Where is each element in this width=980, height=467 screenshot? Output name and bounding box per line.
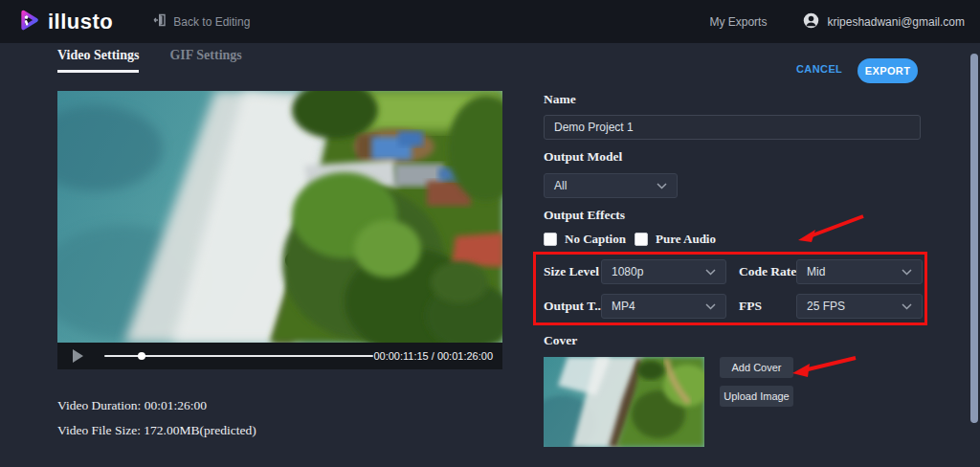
video-duration-text: Video Duration: 00:01:26:00 xyxy=(57,398,207,413)
player-controls: 00:00:11:15 / 00:01:26:00 xyxy=(57,343,502,369)
fps-label: FPS xyxy=(739,299,762,314)
user-email: kripeshadwani@gmail.com xyxy=(827,15,965,29)
cover-thumbnail[interactable] xyxy=(544,357,704,447)
logo-wordmark: illusto xyxy=(48,10,113,34)
no-caption-checkbox[interactable] xyxy=(544,233,557,246)
chevron-down-icon xyxy=(902,303,912,310)
size-level-label: Size Level xyxy=(544,264,599,279)
progress-bar[interactable] xyxy=(104,355,373,357)
output-model-select[interactable]: All xyxy=(544,173,678,198)
code-rate-value: Mid xyxy=(807,265,825,278)
video-preview-panel: 00:00:11:15 / 00:01:26:00 xyxy=(57,91,502,369)
output-type-label: Output T... xyxy=(544,299,604,314)
output-effects-label: Output Effects xyxy=(544,208,625,223)
add-cover-button[interactable]: Add Cover xyxy=(720,357,793,378)
output-model-label: Output Model xyxy=(544,149,622,165)
tab-video-settings[interactable]: Video Settings xyxy=(57,48,139,73)
progress-handle[interactable] xyxy=(138,352,145,360)
avatar-icon xyxy=(803,12,819,32)
cancel-button[interactable]: CANCEL xyxy=(796,63,842,75)
logo-icon xyxy=(15,7,42,37)
chevron-down-icon xyxy=(657,183,667,189)
pure-audio-label: Pure Audio xyxy=(656,232,716,247)
fps-select[interactable]: 25 FPS xyxy=(796,294,923,319)
output-type-select[interactable]: MP4 xyxy=(601,294,726,319)
pure-audio-option: Pure Audio xyxy=(635,232,716,247)
export-button[interactable]: EXPORT xyxy=(858,58,918,83)
output-type-value: MP4 xyxy=(612,300,635,313)
back-to-editing-label: Back to Editing xyxy=(173,15,250,29)
code-rate-select[interactable]: Mid xyxy=(796,259,923,284)
chevron-down-icon xyxy=(705,269,716,276)
back-to-editing-button[interactable]: Back to Editing xyxy=(153,13,250,30)
cover-label: Cover xyxy=(544,333,577,348)
video-file-size-text: Video File Size: 172.00MB(predicted) xyxy=(57,423,256,438)
name-input[interactable] xyxy=(544,115,921,140)
fps-value: 25 FPS xyxy=(807,300,845,313)
exit-door-icon xyxy=(153,13,167,30)
chevron-down-icon xyxy=(705,303,716,310)
pure-audio-checkbox[interactable] xyxy=(635,233,648,246)
no-caption-option: No Caption xyxy=(544,232,626,247)
play-icon[interactable] xyxy=(73,349,83,363)
video-preview-frame xyxy=(57,91,502,343)
output-model-value: All xyxy=(554,179,567,192)
annotation-arrow-quality xyxy=(794,209,869,245)
topbar: illusto Back to Editing My Exports kripe… xyxy=(0,0,980,43)
annotation-arrow-add-cover xyxy=(791,350,861,379)
code-rate-label: Code Rate xyxy=(739,264,796,279)
tab-gif-settings[interactable]: GIF Settings xyxy=(169,48,241,73)
no-caption-label: No Caption xyxy=(565,232,626,247)
name-label: Name xyxy=(544,92,576,107)
size-level-value: 1080p xyxy=(612,265,643,278)
settings-tabs: Video Settings GIF Settings xyxy=(57,48,242,73)
size-level-select[interactable]: 1080p xyxy=(601,259,726,284)
chevron-down-icon xyxy=(902,269,912,276)
account-menu[interactable]: kripeshadwani@gmail.com xyxy=(803,12,965,32)
my-exports-link[interactable]: My Exports xyxy=(709,15,767,29)
time-display: 00:00:11:15 / 00:01:26:00 xyxy=(373,350,493,362)
vertical-scrollbar[interactable] xyxy=(970,54,978,423)
app-logo[interactable]: illusto xyxy=(15,7,113,37)
upload-image-button[interactable]: Upload Image xyxy=(720,386,793,407)
